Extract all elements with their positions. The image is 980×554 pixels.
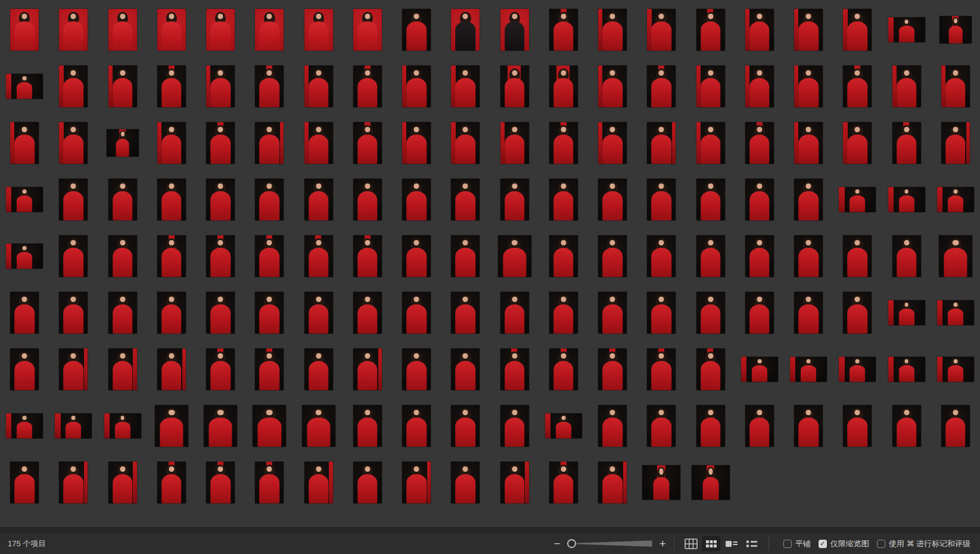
photo-thumbnail[interactable] bbox=[839, 187, 876, 212]
photo-thumbnail[interactable] bbox=[794, 235, 823, 277]
photo-thumbnail[interactable] bbox=[353, 292, 382, 334]
photo-thumbnail[interactable] bbox=[206, 66, 235, 107]
photo-thumbnail[interactable] bbox=[794, 66, 823, 107]
photo-thumbnail[interactable] bbox=[500, 179, 529, 220]
photo-thumbnail[interactable] bbox=[451, 235, 480, 277]
photo-thumbnail[interactable] bbox=[304, 9, 333, 51]
photo-thumbnail[interactable] bbox=[549, 348, 578, 390]
photo-thumbnail[interactable] bbox=[598, 348, 627, 390]
list-view-button[interactable] bbox=[743, 536, 761, 551]
photo-thumbnail[interactable] bbox=[59, 292, 88, 334]
photo-thumbnail[interactable] bbox=[157, 348, 186, 390]
photo-thumbnail[interactable] bbox=[155, 405, 188, 447]
photo-thumbnail[interactable] bbox=[6, 413, 43, 438]
photo-thumbnail[interactable] bbox=[598, 405, 627, 447]
photo-thumbnail[interactable] bbox=[549, 235, 578, 277]
photo-thumbnail[interactable] bbox=[59, 122, 88, 164]
tile-checkbox-label[interactable]: 平铺 bbox=[795, 539, 811, 549]
photo-thumbnail[interactable] bbox=[696, 235, 725, 277]
photo-thumbnail[interactable] bbox=[745, 179, 774, 220]
photo-thumbnail[interactable] bbox=[843, 292, 872, 334]
photo-thumbnail[interactable] bbox=[892, 66, 921, 107]
photo-thumbnail[interactable] bbox=[206, 9, 235, 51]
photo-thumbnail[interactable] bbox=[107, 129, 139, 157]
photo-thumbnail[interactable] bbox=[255, 235, 284, 277]
photo-thumbnail[interactable] bbox=[500, 462, 529, 503]
photo-thumbnail[interactable] bbox=[206, 179, 235, 220]
photo-thumbnail[interactable] bbox=[696, 405, 725, 447]
photo-thumbnail[interactable] bbox=[59, 462, 88, 503]
photo-thumbnail[interactable] bbox=[353, 348, 382, 390]
photo-thumbnail[interactable] bbox=[888, 300, 925, 325]
photo-thumbnail[interactable] bbox=[255, 9, 284, 51]
photo-thumbnail[interactable] bbox=[598, 179, 627, 220]
photo-thumbnail[interactable] bbox=[745, 9, 774, 51]
photo-thumbnail[interactable] bbox=[304, 462, 333, 503]
photo-thumbnail[interactable] bbox=[10, 348, 39, 390]
photo-thumbnail[interactable] bbox=[888, 17, 925, 42]
photo-thumbnail[interactable] bbox=[451, 462, 480, 503]
photo-thumbnail[interactable] bbox=[500, 9, 529, 51]
photo-thumbnail[interactable] bbox=[206, 348, 235, 390]
photo-thumbnail[interactable] bbox=[647, 9, 676, 51]
photo-thumbnail[interactable] bbox=[451, 405, 480, 447]
photo-thumbnail[interactable] bbox=[59, 9, 88, 51]
photo-thumbnail[interactable] bbox=[402, 122, 431, 164]
tile-checkbox[interactable]: ✓ bbox=[783, 540, 792, 548]
photo-thumbnail[interactable] bbox=[304, 179, 333, 220]
cmd-tag-rate-checkbox[interactable]: ✓ bbox=[877, 540, 885, 548]
photo-thumbnail[interactable] bbox=[892, 405, 921, 447]
photo-thumbnail[interactable] bbox=[647, 348, 676, 390]
photo-thumbnail[interactable] bbox=[402, 348, 431, 390]
tile-checkbox-group[interactable]: ✓ 平铺 bbox=[783, 539, 811, 549]
photo-thumbnail[interactable] bbox=[500, 66, 529, 107]
cmd-tag-rate-checkbox-label[interactable]: 使用 ⌘ 进行标记和评级 bbox=[889, 539, 970, 549]
photo-thumbnail[interactable] bbox=[108, 235, 137, 277]
photo-thumbnail[interactable] bbox=[696, 122, 725, 164]
photo-thumbnail[interactable] bbox=[157, 462, 186, 503]
photo-thumbnail[interactable] bbox=[10, 292, 39, 334]
photo-thumbnail[interactable] bbox=[598, 9, 627, 51]
photo-thumbnail[interactable] bbox=[353, 179, 382, 220]
photo-thumbnail[interactable] bbox=[939, 16, 972, 43]
photo-thumbnail[interactable] bbox=[157, 235, 186, 277]
photo-thumbnail[interactable] bbox=[941, 66, 970, 107]
photo-thumbnail[interactable] bbox=[598, 292, 627, 334]
photo-thumbnail[interactable] bbox=[549, 292, 578, 334]
cmd-tag-rate-checkbox-group[interactable]: ✓ 使用 ⌘ 进行标记和评级 bbox=[877, 539, 970, 549]
photo-thumbnail[interactable] bbox=[402, 462, 431, 503]
zoom-slider-track[interactable] bbox=[577, 540, 652, 547]
photo-thumbnail[interactable] bbox=[647, 405, 676, 447]
horizontal-scroll-track[interactable] bbox=[0, 527, 980, 533]
photo-thumbnail[interactable] bbox=[253, 405, 286, 447]
photo-thumbnail[interactable] bbox=[843, 235, 872, 277]
photo-thumbnail[interactable] bbox=[255, 292, 284, 334]
photo-thumbnail[interactable] bbox=[741, 357, 778, 382]
photo-thumbnail[interactable] bbox=[59, 235, 88, 277]
zoom-out-button[interactable]: − bbox=[553, 538, 562, 549]
photo-thumbnail[interactable] bbox=[843, 405, 872, 447]
photo-thumbnail[interactable] bbox=[843, 66, 872, 107]
photo-thumbnail[interactable] bbox=[59, 179, 88, 220]
photo-thumbnail[interactable] bbox=[696, 66, 725, 107]
photo-thumbnail[interactable] bbox=[402, 235, 431, 277]
photo-thumbnail[interactable] bbox=[353, 405, 382, 447]
photo-thumbnail[interactable] bbox=[892, 235, 921, 277]
photo-thumbnail[interactable] bbox=[745, 122, 774, 164]
photo-thumbnail[interactable] bbox=[10, 462, 39, 503]
photo-thumbnail[interactable] bbox=[892, 122, 921, 164]
photo-thumbnail[interactable] bbox=[745, 292, 774, 334]
photo-thumbnail[interactable] bbox=[402, 179, 431, 220]
photo-thumbnail[interactable] bbox=[206, 462, 235, 503]
photo-thumbnail[interactable] bbox=[692, 465, 730, 500]
photo-thumbnail[interactable] bbox=[549, 66, 578, 107]
photo-thumbnail[interactable] bbox=[157, 66, 186, 107]
photo-thumbnail[interactable] bbox=[255, 66, 284, 107]
photo-thumbnail[interactable] bbox=[598, 66, 627, 107]
photo-thumbnail[interactable] bbox=[545, 413, 582, 438]
photo-thumbnail[interactable] bbox=[255, 348, 284, 390]
photo-thumbnail[interactable] bbox=[843, 122, 872, 164]
photo-thumbnail[interactable] bbox=[104, 413, 141, 438]
photo-thumbnail[interactable] bbox=[157, 122, 186, 164]
photo-thumbnail[interactable] bbox=[108, 179, 137, 220]
